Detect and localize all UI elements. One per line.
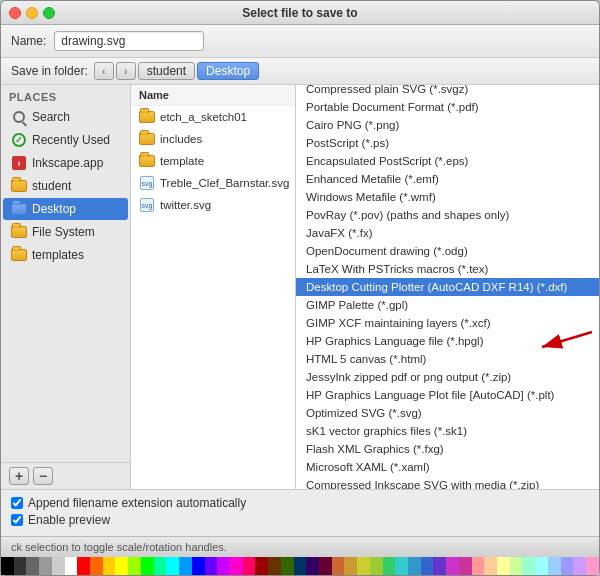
sidebar-item-search[interactable]: Search xyxy=(3,106,128,128)
remove-place-button[interactable]: − xyxy=(33,467,53,485)
format-item[interactable]: Windows Metafile (*.wmf) xyxy=(296,188,599,206)
sidebar-item-recently-used[interactable]: ✓ Recently Used xyxy=(3,129,128,151)
file-item[interactable]: svg twitter.svg xyxy=(131,194,295,216)
format-item[interactable]: sK1 vector graphics files (*.sk1) xyxy=(296,422,599,440)
color-swatch[interactable] xyxy=(128,557,141,575)
format-item[interactable]: Portable Document Format (*.pdf) xyxy=(296,98,599,116)
color-swatch[interactable] xyxy=(421,557,434,575)
color-strip xyxy=(1,557,599,575)
format-item[interactable]: GIMP XCF maintaining layers (*.xcf) xyxy=(296,314,599,332)
color-swatch[interactable] xyxy=(65,557,78,575)
color-swatch[interactable] xyxy=(39,557,52,575)
file-item[interactable]: etch_a_sketch01 xyxy=(131,106,295,128)
maximize-button[interactable] xyxy=(43,7,55,19)
color-swatch[interactable] xyxy=(370,557,383,575)
format-item[interactable]: JavaFX (*.fx) xyxy=(296,224,599,242)
enable-preview-checkbox[interactable] xyxy=(11,514,23,526)
sidebar-item-student[interactable]: student xyxy=(3,175,128,197)
format-item[interactable]: OpenDocument drawing (*.odg) xyxy=(296,242,599,260)
color-swatch[interactable] xyxy=(522,557,535,575)
color-swatch[interactable] xyxy=(306,557,319,575)
color-swatch[interactable] xyxy=(217,557,230,575)
color-swatch[interactable] xyxy=(52,557,65,575)
color-swatch[interactable] xyxy=(230,557,243,575)
color-swatch[interactable] xyxy=(383,557,396,575)
color-swatch[interactable] xyxy=(154,557,167,575)
nav-back-button[interactable]: ‹ xyxy=(94,62,114,80)
format-item[interactable]: Flash XML Graphics (*.fxg) xyxy=(296,440,599,458)
format-item[interactable]: Compressed plain SVG (*.svgz) xyxy=(296,85,599,98)
color-swatch[interactable] xyxy=(90,557,103,575)
color-swatch[interactable] xyxy=(472,557,485,575)
color-swatch[interactable] xyxy=(77,557,90,575)
sidebar-item-label: Recently Used xyxy=(32,133,110,147)
color-swatch[interactable] xyxy=(510,557,523,575)
close-button[interactable] xyxy=(9,7,21,19)
color-swatch[interactable] xyxy=(319,557,332,575)
color-swatch[interactable] xyxy=(548,557,561,575)
breadcrumb-desktop[interactable]: Desktop xyxy=(197,62,259,80)
format-item[interactable]: GIMP Palette (*.gpl) xyxy=(296,296,599,314)
color-swatch[interactable] xyxy=(561,557,574,575)
format-item[interactable]: PostScript (*.ps) xyxy=(296,134,599,152)
breadcrumb-student[interactable]: student xyxy=(138,62,195,80)
color-swatch[interactable] xyxy=(408,557,421,575)
title-bar: Select file to save to xyxy=(1,1,599,25)
color-swatch[interactable] xyxy=(294,557,307,575)
file-item[interactable]: template xyxy=(131,150,295,172)
nav-forward-button[interactable]: › xyxy=(116,62,136,80)
color-swatch[interactable] xyxy=(268,557,281,575)
color-swatch[interactable] xyxy=(192,557,205,575)
format-item[interactable]: PovRay (*.pov) (paths and shapes only) xyxy=(296,206,599,224)
folder-icon xyxy=(139,131,155,147)
files-panel: Name etch_a_sketch01 includes xyxy=(131,85,296,489)
sidebar-item-filesystem[interactable]: File System xyxy=(3,221,128,243)
file-item[interactable]: svg Treble_Clef_Barnstar.svg xyxy=(131,172,295,194)
color-swatch[interactable] xyxy=(357,557,370,575)
color-swatch[interactable] xyxy=(332,557,345,575)
color-swatch[interactable] xyxy=(1,557,14,575)
color-swatch[interactable] xyxy=(166,557,179,575)
format-item[interactable]: Optimized SVG (*.svg) xyxy=(296,404,599,422)
append-ext-checkbox[interactable] xyxy=(11,497,23,509)
color-swatch[interactable] xyxy=(141,557,154,575)
sidebar-item-desktop[interactable]: Desktop xyxy=(3,198,128,220)
minimize-button[interactable] xyxy=(26,7,38,19)
color-swatch[interactable] xyxy=(446,557,459,575)
name-label: Name: xyxy=(11,34,46,48)
color-swatch[interactable] xyxy=(484,557,497,575)
color-swatch[interactable] xyxy=(103,557,116,575)
format-item[interactable]: LaTeX With PSTricks macros (*.tex) xyxy=(296,260,599,278)
format-item[interactable]: HP Graphics Language Plot file [AutoCAD]… xyxy=(296,386,599,404)
format-item[interactable]: HTML 5 canvas (*.html) xyxy=(296,350,599,368)
format-item[interactable]: Enhanced Metafile (*.emf) xyxy=(296,170,599,188)
color-swatch[interactable] xyxy=(14,557,27,575)
format-item[interactable]: Cairo PNG (*.png) xyxy=(296,116,599,134)
format-item[interactable]: Desktop Cutting Plotter (AutoCAD DXF R14… xyxy=(296,278,599,296)
format-item[interactable]: JessyInk zipped pdf or png output (*.zip… xyxy=(296,368,599,386)
color-swatch[interactable] xyxy=(586,557,599,575)
color-swatch[interactable] xyxy=(573,557,586,575)
format-item[interactable]: Microsoft XAML (*.xaml) xyxy=(296,458,599,476)
color-swatch[interactable] xyxy=(395,557,408,575)
color-swatch[interactable] xyxy=(115,557,128,575)
format-item[interactable]: Compressed Inkscape SVG with media (*.zi… xyxy=(296,476,599,489)
color-swatch[interactable] xyxy=(535,557,548,575)
file-item[interactable]: includes xyxy=(131,128,295,150)
sidebar-item-inkscape[interactable]: i Inkscape.app xyxy=(3,152,128,174)
sidebar-item-templates[interactable]: templates xyxy=(3,244,128,266)
color-swatch[interactable] xyxy=(433,557,446,575)
color-swatch[interactable] xyxy=(205,557,218,575)
color-swatch[interactable] xyxy=(243,557,256,575)
format-item[interactable]: HP Graphics Language file (*.hpgl) xyxy=(296,332,599,350)
format-item[interactable]: Encapsulated PostScript (*.eps) xyxy=(296,152,599,170)
filename-input[interactable] xyxy=(54,31,204,51)
color-swatch[interactable] xyxy=(459,557,472,575)
color-swatch[interactable] xyxy=(281,557,294,575)
color-swatch[interactable] xyxy=(26,557,39,575)
color-swatch[interactable] xyxy=(497,557,510,575)
add-place-button[interactable]: + xyxy=(9,467,29,485)
color-swatch[interactable] xyxy=(255,557,268,575)
color-swatch[interactable] xyxy=(344,557,357,575)
color-swatch[interactable] xyxy=(179,557,192,575)
